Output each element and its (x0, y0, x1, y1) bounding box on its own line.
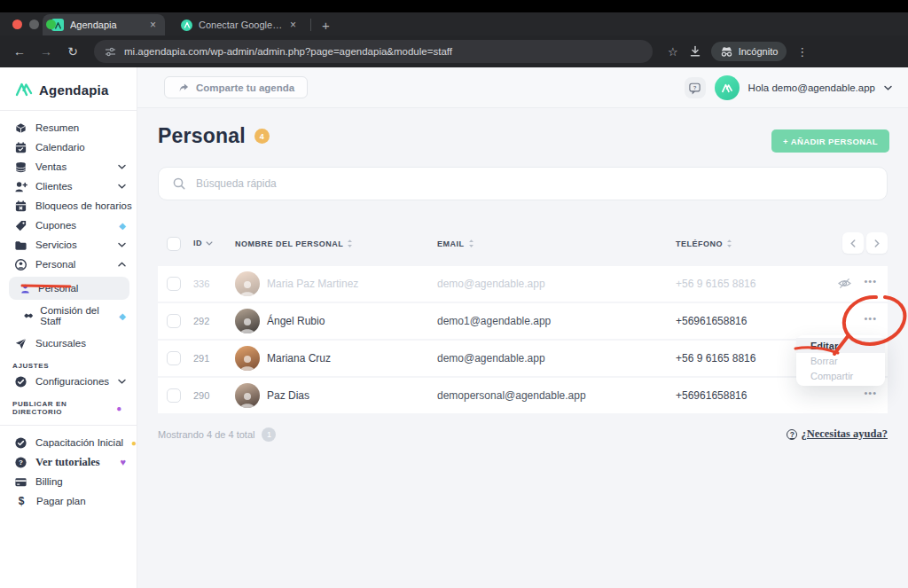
sidebar-item-billing[interactable]: Billing (0, 472, 137, 491)
tab-google-calendar[interactable]: Conectar Google Calendar – × (172, 14, 305, 35)
need-help-link[interactable]: ? ¿Necesitas ayuda? (787, 427, 888, 441)
tab-separator (310, 19, 311, 31)
sidebar-item-label: Configuraciones (35, 376, 110, 387)
traffic-lights (12, 20, 56, 29)
column-label: TELÉFONO (676, 239, 723, 248)
add-staff-button[interactable]: + AÑADIR PERSONAL (771, 129, 889, 153)
staff-avatar (235, 383, 260, 408)
next-page-button[interactable] (866, 232, 888, 254)
eye-slash-icon[interactable] (837, 278, 852, 289)
section-label: PUBLICAR EN DIRECTORIO (12, 400, 114, 416)
chevron-up-icon (118, 262, 126, 267)
more-options-icon[interactable]: ••• (864, 388, 877, 398)
sidebar: Agendapia Resumen Calendario Ventas (0, 67, 137, 588)
table-row[interactable]: 336 Maria Paz Martinez demo@agendable.ap… (158, 266, 888, 302)
download-icon[interactable] (688, 44, 702, 59)
close-window-button[interactable] (12, 20, 22, 29)
table-row[interactable]: 291 Mariana Cruz demo@agendable.app +56 … (158, 341, 888, 376)
sidebar-section-directorio: PUBLICAR EN DIRECTORIO ● (0, 391, 137, 418)
browser-menu-icon[interactable]: ⋮ (792, 45, 812, 59)
row-checkbox[interactable] (167, 314, 181, 328)
sidebar-subitem-label: Comisión del Staff (40, 305, 113, 326)
sidebar-item-cupones[interactable]: Cupones ◆ (0, 216, 137, 235)
calendar-block-icon (14, 200, 27, 213)
table-footer: Mostrando 4 de 4 total 1 (158, 427, 276, 442)
row-checkbox[interactable] (167, 277, 181, 291)
purple-dot-icon: ● (116, 404, 122, 413)
column-header-name[interactable]: NOMBRE DEL PERSONAL (235, 239, 353, 248)
sidebar-item-calendario[interactable]: Calendario (0, 137, 137, 157)
context-menu-item-borrar[interactable]: Borrar (796, 353, 885, 368)
sidebar-item-sucursales[interactable]: Sucursales (0, 333, 137, 353)
person-circle-icon (14, 258, 27, 271)
sidebar-subitem-label: Personal (38, 283, 78, 294)
new-tab-button[interactable]: + (317, 18, 335, 33)
column-header-email[interactable]: EMAIL (437, 239, 474, 248)
site-settings-icon[interactable] (105, 46, 116, 58)
browser-toolbar: ← → ↻ mi.agendapia.com/wp-admin/admin.ph… (0, 35, 908, 67)
share-button-label: Comparte tu agenda (196, 82, 294, 93)
zoom-window-button[interactable] (46, 20, 56, 29)
table-row[interactable]: 292 Ángel Rubio demo1@agendable.app +569… (158, 303, 888, 339)
prev-page-button[interactable] (842, 232, 864, 254)
sidebar-item-label: Pagar plan (36, 496, 126, 506)
sidebar-item-capacitacion[interactable]: Capacitación Inicial ● (0, 433, 137, 452)
sidebar-subitem-comision[interactable]: Comisión del Staff ◆ (0, 306, 137, 325)
person-icon (20, 283, 31, 294)
sidebar-item-personal[interactable]: Personal (0, 255, 137, 274)
close-tab-icon[interactable]: × (150, 19, 156, 31)
back-button[interactable]: ← (9, 44, 30, 59)
sidebar-item-bloqueos[interactable]: Bloqueos de horarios (0, 196, 137, 216)
app-logo-text: Agendapia (39, 82, 108, 98)
staff-phone: +56961658816 (676, 389, 747, 402)
agendapia-logo-icon (14, 81, 34, 98)
tab-agendapia[interactable]: Agendapia × (43, 14, 165, 35)
context-menu-item-compartir[interactable]: Compartir (796, 368, 885, 383)
table-row[interactable]: 290 Paz Dias demopersonal@agendable.app … (158, 378, 888, 413)
user-avatar[interactable] (715, 75, 740, 100)
sidebar-item-configuraciones[interactable]: Configuraciones (0, 372, 137, 391)
sidebar-item-tutoriales[interactable]: ? Ver tutoriales ♥ (0, 452, 137, 472)
column-header-phone[interactable]: TELÉFONO (676, 239, 732, 248)
reload-button[interactable]: ↻ (62, 44, 83, 59)
sidebar-item-label: Ventas (35, 161, 110, 172)
staff-phone: +56 9 6165 8816 (676, 352, 755, 365)
app-logo[interactable]: Agendapia (0, 67, 137, 110)
sidebar-item-ventas[interactable]: Ventas (0, 157, 137, 176)
chevron-down-icon (118, 184, 126, 189)
sidebar-item-clientes[interactable]: Clientes (0, 176, 137, 196)
more-options-icon[interactable]: ••• (864, 276, 877, 286)
row-checkbox[interactable] (167, 388, 181, 403)
svg-text:?: ? (693, 85, 697, 90)
close-tab-icon[interactable]: × (290, 19, 296, 31)
search-icon (172, 176, 186, 191)
row-checkbox[interactable] (167, 351, 181, 365)
tab-title: Conectar Google Calendar – (199, 20, 284, 30)
chevron-down-icon[interactable] (884, 85, 892, 90)
select-all-checkbox[interactable] (167, 237, 181, 251)
address-bar[interactable]: mi.agendapia.com/wp-admin/admin.php?page… (94, 40, 653, 63)
feedback-bubble-button[interactable]: ? (685, 77, 706, 98)
sort-icon (726, 239, 732, 248)
staff-avatar (235, 346, 260, 371)
page-number-badge: 1 (262, 427, 276, 442)
bookmark-star-icon[interactable]: ☆ (663, 45, 683, 59)
sidebar-item-pagar-plan[interactable]: $ Pagar plan (0, 491, 137, 511)
minimize-window-button[interactable] (29, 20, 39, 29)
more-options-icon[interactable]: ••• (864, 313, 877, 324)
clients-person-plus-icon (14, 180, 27, 193)
row-context-menu: Editar Borrar Compartir (796, 335, 885, 386)
column-header-id[interactable]: ID (193, 239, 213, 247)
coupon-tag-icon (14, 219, 27, 232)
context-menu-item-editar[interactable]: Editar (796, 338, 885, 353)
sidebar-item-resumen[interactable]: Resumen (0, 118, 137, 137)
search-input[interactable] (196, 177, 873, 190)
forward-button[interactable]: → (35, 44, 57, 59)
divider (0, 425, 137, 426)
sidebar-item-servicios[interactable]: Servicios (0, 235, 137, 255)
staff-name: Ángel Rubio (267, 315, 325, 327)
share-agenda-button[interactable]: Comparte tu agenda (164, 76, 308, 98)
staff-id: 292 (193, 316, 209, 326)
tab-title: Agendapia (70, 20, 144, 30)
sidebar-subitem-personal-active[interactable]: Personal (9, 277, 129, 300)
